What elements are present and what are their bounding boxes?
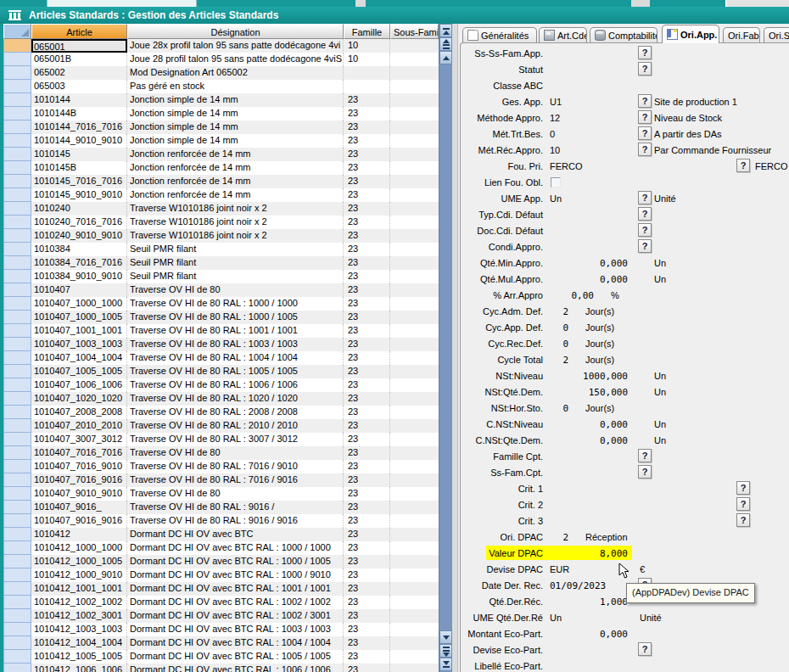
checkbox[interactable]: [551, 177, 561, 188]
table-row[interactable]: 1010407_1005_1005Traverse OV HI de 80 RA…: [3, 365, 439, 378]
cell-sous-famille[interactable]: [390, 664, 439, 672]
cell-article[interactable]: 1010412: [31, 528, 127, 541]
cell-sous-famille[interactable]: [390, 636, 439, 650]
cell-sous-famille[interactable]: [390, 541, 439, 555]
row-selector-cell[interactable]: [3, 297, 31, 311]
row-selector-cell[interactable]: [3, 473, 31, 487]
cell-sous-famille[interactable]: [390, 406, 439, 419]
row-selector-cell[interactable]: [3, 609, 31, 623]
field-value[interactable]: 150,000: [503, 385, 628, 400]
field-value[interactable]: Un: [550, 611, 562, 625]
cell-sous-famille[interactable]: [390, 623, 439, 636]
cell-famille[interactable]: 23: [344, 419, 390, 433]
field-value[interactable]: 01/09/2023: [550, 579, 606, 593]
cell-article[interactable]: 1010407_7016_9016: [31, 473, 127, 487]
row-selector-cell[interactable]: [3, 107, 31, 120]
row-selector-cell[interactable]: [3, 568, 31, 582]
row-selector-cell[interactable]: [3, 270, 31, 283]
row-selector-cell[interactable]: [3, 202, 31, 216]
table-row[interactable]: 1010407_1003_1003Traverse OV HI de 80 RA…: [3, 338, 439, 351]
cell-famille[interactable]: 23: [344, 664, 390, 672]
cell-designation[interactable]: Traverse OV HI de 80: [127, 283, 344, 297]
table-row[interactable]: 1010412_1006_1006Dormant DC HI OV avec B…: [3, 664, 439, 672]
row-selector-cell[interactable]: [3, 351, 31, 365]
row-selector-cell[interactable]: [3, 514, 31, 528]
help-button[interactable]: ?: [736, 497, 750, 511]
cell-designation[interactable]: Pas géré en stock: [127, 80, 344, 93]
cell-article[interactable]: 1010407_2010_2010: [31, 419, 127, 433]
row-selector-cell[interactable]: [3, 311, 31, 324]
cell-designation[interactable]: Dormant DC HI OV avec BTC: [127, 528, 344, 541]
cell-sous-famille[interactable]: [390, 338, 439, 351]
cell-article[interactable]: 1010407_1006_1006: [31, 378, 127, 392]
cell-sous-famille[interactable]: [390, 433, 439, 446]
cell-article[interactable]: 1010412_1000_1005: [31, 555, 127, 568]
row-selector-cell[interactable]: [3, 623, 31, 636]
row-selector-cell[interactable]: [3, 365, 31, 378]
tab-g-n-ralit-s[interactable]: Généralités: [462, 27, 537, 42]
cell-sous-famille[interactable]: [390, 134, 439, 148]
cell-sous-famille[interactable]: [390, 446, 439, 460]
cell-article[interactable]: 1010144: [31, 93, 127, 107]
help-button[interactable]: ?: [638, 465, 652, 479]
cell-sous-famille[interactable]: [390, 66, 439, 80]
table-row[interactable]: 1010407_9010_9010Traverse OV HI de 8023: [3, 487, 439, 501]
table-row[interactable]: 1010407_2008_2008Traverse OV HI de 80 RA…: [3, 406, 439, 419]
row-selector-cell[interactable]: [3, 283, 31, 297]
cell-famille[interactable]: [344, 80, 390, 93]
cell-designation[interactable]: Traverse OV HI de 80 RAL : 1020 / 1020: [127, 392, 344, 406]
table-row[interactable]: 1010407_9016_9016Traverse OV HI de 80 RA…: [3, 514, 439, 528]
table-row[interactable]: 1010412_1000_1005Dormant DC HI OV avec B…: [3, 555, 439, 568]
cell-article[interactable]: 1010240: [31, 202, 127, 216]
cell-designation[interactable]: Dormant DC HI OV avec BTC RAL : 1003 / 1…: [127, 623, 344, 636]
cell-sous-famille[interactable]: [390, 39, 439, 53]
cell-famille[interactable]: 23: [344, 134, 390, 148]
cell-designation[interactable]: Dormant DC HI OV avec BTC RAL : 1000 / 1…: [127, 555, 344, 568]
cell-famille[interactable]: 23: [344, 188, 390, 202]
table-row[interactable]: 1010240Traverse W1010186 joint noir x 22…: [3, 202, 439, 216]
cell-article[interactable]: 1010407_1001_1001: [31, 324, 127, 338]
table-row[interactable]: 1010145Jonction renforcée de 14 mm23: [3, 148, 439, 161]
cell-sous-famille[interactable]: [390, 419, 439, 433]
column-header-sous-famille[interactable]: Sous-Famil: [390, 24, 439, 39]
field-value[interactable]: 0: [550, 127, 555, 142]
cell-article[interactable]: 1010412_1006_1006: [31, 664, 127, 672]
cell-article[interactable]: 1010384_9010_9010: [31, 270, 127, 283]
cell-designation[interactable]: Joue 28 profil talon 95 sans patte dodéc…: [127, 53, 344, 66]
tab-comptabilit-[interactable]: Comptabilité: [590, 27, 658, 42]
cell-designation[interactable]: Seuil PMR filant: [127, 243, 344, 256]
cell-article[interactable]: 1010407_1003_1003: [31, 338, 127, 351]
cell-famille[interactable]: 23: [344, 501, 390, 514]
cell-article[interactable]: 1010412_1001_1001: [31, 582, 127, 596]
cell-famille[interactable]: 23: [344, 392, 390, 406]
cell-famille[interactable]: 23: [344, 446, 390, 460]
table-row[interactable]: 1010144_9010_9010Jonction simple de 14 m…: [3, 134, 439, 148]
table-row[interactable]: 1010407_1000_1005Traverse OV HI de 80 RA…: [3, 311, 439, 324]
cell-article[interactable]: 1010144B: [31, 107, 127, 120]
cell-sous-famille[interactable]: [390, 473, 439, 487]
table-row[interactable]: 1010407_9016_Traverse OV HI de 80 RAL : …: [3, 501, 439, 514]
row-selector-cell[interactable]: [3, 501, 31, 514]
field-value[interactable]: 0: [541, 321, 568, 335]
cell-famille[interactable]: 23: [344, 175, 390, 188]
row-selector-cell[interactable]: [3, 596, 31, 609]
cell-article[interactable]: 1010407_7016_7016: [31, 446, 127, 460]
cell-article[interactable]: 065003: [31, 80, 127, 93]
cell-famille[interactable]: 23: [344, 623, 390, 636]
cell-designation[interactable]: Dormant DC HI OV avec BTC RAL : 1005 / 1…: [127, 650, 344, 664]
table-row[interactable]: 1010145BJonction renforcée de 14 mm23: [3, 161, 439, 175]
field-value[interactable]: 0,000: [503, 272, 628, 287]
cell-designation[interactable]: Traverse OV HI de 80 RAL : 7016 / 9010: [127, 460, 344, 473]
tab-ori-fab-[interactable]: Ori.Fab.: [723, 27, 760, 42]
cell-article[interactable]: 1010407: [31, 283, 127, 297]
help-button[interactable]: ?: [638, 62, 652, 76]
row-selector-cell[interactable]: [3, 93, 31, 107]
row-selector-cell[interactable]: [3, 541, 31, 555]
cell-famille[interactable]: 23: [344, 107, 390, 120]
table-row[interactable]: 1010407_1000_1000Traverse OV HI de 80 RA…: [3, 297, 439, 311]
cell-designation[interactable]: Dormant DC HI OV avec BTC RAL : 1004 / 1…: [127, 636, 344, 650]
help-button[interactable]: ?: [638, 449, 652, 462]
row-selector-cell[interactable]: [3, 53, 31, 66]
field-value[interactable]: Un: [550, 192, 562, 206]
cell-article[interactable]: 1010407_7016_9010: [31, 460, 127, 473]
